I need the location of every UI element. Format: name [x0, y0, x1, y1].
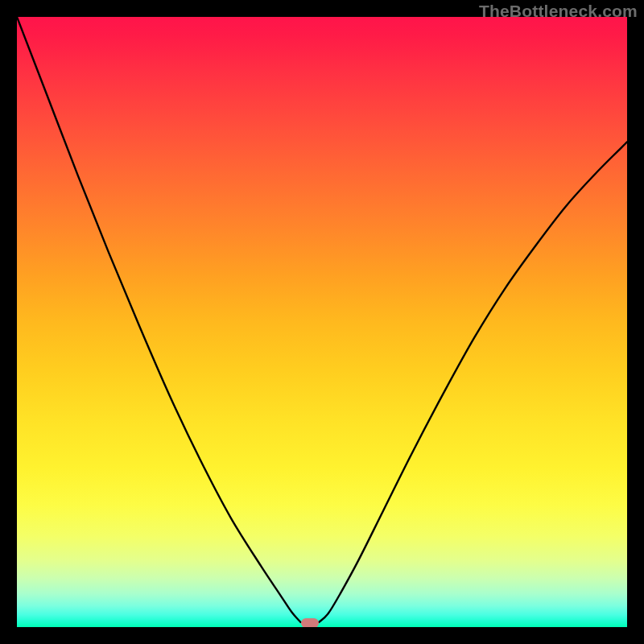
- asymmetric-v-curve: [17, 17, 627, 627]
- watermark-text: TheBottleneck.com: [479, 2, 638, 21]
- chart-frame: TheBottleneck.com: [0, 0, 644, 644]
- curve-left-arm: [17, 17, 300, 622]
- plot-area: [17, 17, 627, 627]
- curve-right-arm: [319, 142, 627, 622]
- minimum-marker: [301, 618, 319, 627]
